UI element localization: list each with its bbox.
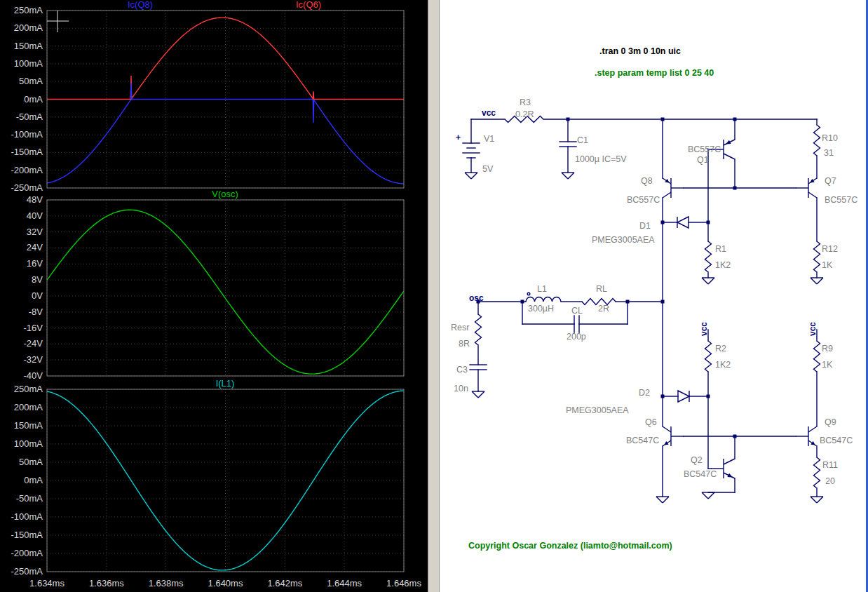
- schematic-canvas[interactable]: .tran 0 3m 0 10n uic.step param temp lis…: [440, 0, 866, 592]
- schematic-editor-pane[interactable]: .tran 0 3m 0 10n uic.step param temp lis…: [440, 0, 866, 592]
- pane-splitter[interactable]: [428, 0, 440, 592]
- y-tick-label: 40V: [27, 210, 43, 221]
- y-tick-label: -150mA: [11, 530, 43, 540]
- inductor-symbol[interactable]: [526, 292, 561, 302]
- y-tick-label: 16V: [27, 258, 43, 269]
- component-label[interactable]: R9: [822, 344, 833, 354]
- crossover-spike: [313, 100, 313, 123]
- crossover-spike: [313, 91, 313, 99]
- y-tick-label: 48V: [27, 194, 43, 205]
- y-tick-label: -100mA: [11, 129, 43, 140]
- y-tick-label: 0mA: [24, 94, 43, 105]
- y-tick-label: -50mA: [16, 493, 43, 504]
- component-label[interactable]: Q1: [697, 155, 709, 165]
- x-tick-label: 1.642ms: [267, 578, 302, 588]
- y-tick-label: 24V: [27, 242, 43, 253]
- component-label[interactable]: C1: [577, 135, 588, 145]
- component-label[interactable]: BC557C: [825, 195, 857, 205]
- component-label[interactable]: Resr: [451, 323, 469, 332]
- comment-text[interactable]: Copyright Oscar Gonzalez (liamto@hotmail…: [468, 541, 672, 551]
- comment-text[interactable]: .step param temp list 0 25 40: [595, 68, 714, 78]
- component-label[interactable]: R11: [822, 460, 838, 470]
- waveform-plot-canvas[interactable]: 250mA200mA150mA100mA50mA0mA-50mA-100mA-1…: [0, 0, 428, 592]
- resistor-symbols[interactable]: [475, 116, 820, 489]
- component-label[interactable]: L1: [537, 284, 547, 294]
- component-label[interactable]: 2R: [598, 304, 609, 314]
- component-label[interactable]: 1K2: [715, 260, 731, 270]
- component-label[interactable]: CL: [571, 306, 583, 316]
- y-tick-label: 0V: [32, 290, 43, 301]
- component-label[interactable]: D2: [639, 388, 650, 398]
- component-label[interactable]: R3: [520, 97, 531, 107]
- waveform-panel-3[interactable]: 250mA200mA150mA100mA50mA0mA-50mA-100mA-1…: [11, 378, 404, 577]
- y-tick-label: 200mA: [14, 402, 43, 412]
- x-tick-label: 1.640ms: [208, 578, 243, 588]
- component-label[interactable]: BC557C: [627, 195, 660, 205]
- y-tick-label: 50mA: [19, 76, 43, 86]
- component-label[interactable]: Q6: [645, 417, 657, 427]
- net-label[interactable]: vcc: [808, 322, 818, 336]
- y-tick-label: 250mA: [14, 5, 43, 15]
- y-tick-label: -100mA: [11, 511, 43, 522]
- component-label[interactable]: BC547C: [820, 436, 853, 445]
- component-label[interactable]: PMEG3005AEA: [592, 235, 655, 245]
- waveform-panel-1[interactable]: 250mA200mA150mA100mA50mA0mA-50mA-100mA-1…: [11, 0, 404, 193]
- component-label[interactable]: R2: [715, 344, 726, 354]
- component-label[interactable]: R12: [822, 244, 838, 254]
- transistor-symbols[interactable]: [663, 140, 817, 478]
- waveform-viewer-pane[interactable]: 250mA200mA150mA100mA50mA0mA-50mA-100mA-1…: [0, 0, 428, 592]
- net-label[interactable]: osc: [469, 293, 484, 303]
- component-label[interactable]: Q2: [691, 455, 703, 465]
- component-label[interactable]: Q7: [825, 176, 836, 186]
- component-label[interactable]: 20: [825, 476, 835, 486]
- component-label[interactable]: 0.2R: [515, 109, 534, 119]
- component-label[interactable]: BC557C: [688, 144, 721, 154]
- y-tick-label: 50mA: [19, 457, 43, 467]
- component-label[interactable]: 1000µ IC=5V: [575, 154, 627, 164]
- component-label[interactable]: 1K: [822, 260, 833, 270]
- component-label[interactable]: 300µH: [528, 304, 554, 314]
- component-label[interactable]: PMEG3005AEA: [566, 405, 629, 415]
- net-label[interactable]: vcc: [482, 108, 496, 118]
- component-label[interactable]: V1: [484, 134, 494, 144]
- component-label[interactable]: Q8: [641, 176, 653, 186]
- spice-directive[interactable]: .tran 0 3m 0 10n uic: [599, 46, 681, 56]
- y-tick-label: 32V: [27, 227, 43, 237]
- junction-dots: [477, 118, 737, 438]
- crossover-spike: [130, 83, 131, 99]
- component-label[interactable]: 1K2: [715, 360, 731, 370]
- component-label[interactable]: R1: [715, 244, 726, 254]
- component-label[interactable]: 1K: [822, 360, 833, 370]
- trace-title[interactable]: V(osc): [212, 189, 238, 199]
- trace-Vosc: [47, 210, 404, 374]
- component-label[interactable]: Q9: [825, 417, 836, 427]
- component-label[interactable]: BC547C: [626, 436, 659, 445]
- y-tick-label: -250mA: [11, 566, 43, 577]
- component-label[interactable]: 10n: [454, 384, 468, 393]
- component-label[interactable]: C3: [456, 365, 468, 375]
- diode-symbols[interactable]: [677, 217, 689, 402]
- net-label[interactable]: +: [456, 133, 461, 142]
- y-tick-label: 100mA: [14, 58, 43, 69]
- y-tick-label: -250mA: [11, 182, 43, 193]
- component-label[interactable]: 5V: [482, 164, 494, 174]
- component-label[interactable]: D1: [639, 221, 651, 231]
- component-label[interactable]: 8R: [459, 339, 470, 349]
- y-tick-label: -200mA: [11, 548, 43, 558]
- schematic-labels[interactable]: .tran 0 3m 0 10n uic.step param temp lis…: [451, 46, 857, 551]
- trace-title[interactable]: Ic(Q6): [296, 0, 321, 10]
- waveform-panel-2[interactable]: 48V40V32V24V16V8V0V-8V-16V-24V-32V-40VV(…: [24, 189, 404, 381]
- x-tick-label: 1.644ms: [327, 578, 362, 588]
- y-tick-label: 8V: [32, 274, 43, 285]
- component-label[interactable]: RL: [596, 284, 607, 294]
- component-label[interactable]: 200p: [567, 332, 586, 342]
- net-label[interactable]: vcc: [699, 322, 709, 336]
- y-tick-label: -32V: [24, 354, 43, 365]
- y-tick-label: 200mA: [14, 22, 43, 33]
- trace-title[interactable]: I(L1): [216, 378, 235, 389]
- trace-title[interactable]: Ic(Q8): [128, 0, 153, 10]
- component-label[interactable]: R10: [822, 133, 838, 143]
- component-label[interactable]: BC547C: [684, 469, 717, 479]
- component-label[interactable]: 31: [824, 148, 834, 158]
- x-tick-label: 1.634ms: [29, 578, 65, 588]
